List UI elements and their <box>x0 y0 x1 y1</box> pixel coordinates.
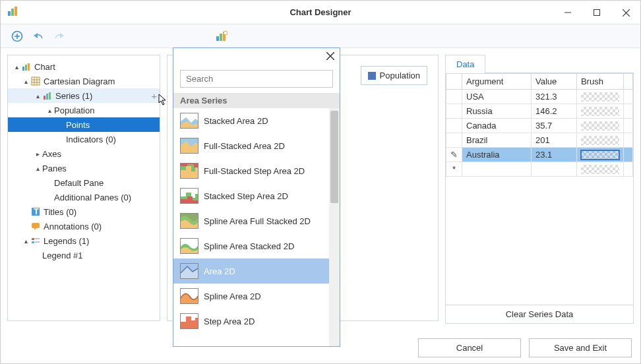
brush-cell[interactable] <box>581 165 619 174</box>
new-row-icon: * <box>446 162 462 177</box>
grid-icon <box>30 76 41 86</box>
search-input[interactable] <box>180 70 333 88</box>
svg-rect-10 <box>216 36 219 41</box>
svg-rect-27 <box>32 223 40 228</box>
tree-legends[interactable]: ▴Legends (1) <box>8 233 160 248</box>
edit-indicator-icon: ✎ <box>446 148 462 162</box>
svg-rect-16 <box>28 63 30 71</box>
legend-icon <box>30 235 41 246</box>
tree-chart[interactable]: ▴Chart <box>8 59 160 74</box>
minimize-button[interactable] <box>553 1 582 24</box>
close-button[interactable] <box>611 1 640 24</box>
tab-strip: Data <box>445 55 634 73</box>
annotation-icon <box>30 221 41 231</box>
tree-series[interactable]: ▴Series (1)+ <box>8 88 160 103</box>
brush-cell[interactable] <box>581 150 619 160</box>
svg-rect-15 <box>25 65 27 71</box>
app-icon <box>7 5 19 19</box>
tree-indicators[interactable]: Indicators (0) <box>8 132 160 146</box>
tree-axes[interactable]: ▸Axes <box>8 146 160 161</box>
brush-cell[interactable] <box>581 121 619 131</box>
chart-palette-icon[interactable] <box>216 30 228 44</box>
add-icon[interactable] <box>11 30 23 44</box>
series-type-item[interactable]: Step Area 2D <box>173 309 340 334</box>
series-type-item[interactable]: Stacked Area 2D <box>173 108 340 133</box>
legend-box[interactable]: Population <box>361 66 427 85</box>
data-grid[interactable]: Argument Value Brush USA321.3 Russia146.… <box>446 73 633 177</box>
chart-icon <box>21 61 32 72</box>
series-type-item[interactable]: Spline Area Full Stacked 2D <box>173 208 340 233</box>
svg-rect-28 <box>32 238 34 240</box>
tree-panel: ▴Chart ▴Cartesian Diagram ▴Series (1)+ ▴… <box>7 55 160 321</box>
window-title: Chart Designer <box>290 7 351 17</box>
tree-points[interactable]: Points <box>8 117 160 132</box>
brush-cell[interactable] <box>581 136 619 145</box>
table-row[interactable]: Brazil201 <box>446 133 633 148</box>
title-icon: T <box>30 206 41 217</box>
toolbar <box>1 24 640 48</box>
popup-close-icon[interactable] <box>326 52 334 62</box>
svg-rect-1 <box>11 9 14 16</box>
series-type-item[interactable]: Spline Area Stacked 2D <box>173 233 340 258</box>
svg-rect-24 <box>49 92 51 100</box>
brush-cell[interactable] <box>581 92 619 102</box>
group-header: Area Series <box>173 93 340 108</box>
svg-rect-23 <box>46 94 48 100</box>
legend-swatch <box>368 72 376 80</box>
tree-annotations[interactable]: Annotations (0) <box>8 219 160 233</box>
tree-titles[interactable]: TTitles (0) <box>8 204 160 219</box>
save-exit-button[interactable]: Save and Exit <box>529 338 632 357</box>
series-type-item[interactable]: Full-Stacked Area 2D <box>173 133 340 158</box>
scroll-thumb[interactable] <box>330 111 338 203</box>
col-argument[interactable]: Argument <box>462 74 532 90</box>
tree-legend-1[interactable]: Legend #1 <box>8 248 160 262</box>
tab-data[interactable]: Data <box>445 55 485 73</box>
svg-rect-22 <box>44 96 46 100</box>
series-type-item[interactable]: Full-Stacked Step Area 2D <box>173 158 340 183</box>
tree-panes[interactable]: ▴Panes <box>8 161 160 175</box>
series-type-popup: Area Series Stacked Area 2D Full-Stacked… <box>173 47 340 347</box>
series-icon <box>42 90 53 101</box>
col-brush[interactable]: Brush <box>576 74 623 90</box>
svg-rect-4 <box>594 10 600 16</box>
brush-cell[interactable] <box>581 107 619 116</box>
svg-rect-14 <box>22 67 24 71</box>
col-value[interactable]: Value <box>531 74 576 90</box>
table-row[interactable]: Russia146.2 <box>446 104 633 119</box>
svg-rect-11 <box>220 34 222 41</box>
undo-icon[interactable] <box>32 32 44 43</box>
tree-diagram[interactable]: ▴Cartesian Diagram <box>8 74 160 88</box>
tree-population[interactable]: ▴Population <box>8 103 160 117</box>
series-type-item[interactable]: Area 2D <box>173 258 340 284</box>
clear-series-button[interactable]: Clear Series Data <box>446 305 633 323</box>
svg-rect-17 <box>32 77 40 85</box>
series-type-item[interactable]: Stacked Step Area 2D <box>173 183 340 208</box>
cancel-button[interactable]: Cancel <box>418 338 521 357</box>
svg-rect-2 <box>15 7 17 16</box>
titlebar: Chart Designer <box>1 1 640 24</box>
add-series-button[interactable]: + <box>151 90 157 102</box>
tree-additional-panes[interactable]: Additional Panes (0) <box>8 190 160 204</box>
maximize-button[interactable] <box>582 1 611 24</box>
tree-default-pane[interactable]: Default Pane <box>8 175 160 190</box>
scrollbar[interactable] <box>329 108 340 346</box>
legend-label: Population <box>380 71 420 80</box>
table-row[interactable]: ✎Australia23.1 <box>446 148 633 162</box>
svg-text:T: T <box>34 207 39 216</box>
svg-point-13 <box>224 31 228 35</box>
redo-icon[interactable] <box>53 32 65 43</box>
table-row[interactable]: USA321.3 <box>446 90 633 104</box>
svg-rect-0 <box>8 11 11 16</box>
series-type-item[interactable]: Spline Area 2D <box>173 284 340 309</box>
svg-rect-29 <box>32 241 34 243</box>
table-row[interactable]: Canada35.7 <box>446 119 633 133</box>
new-row[interactable]: * <box>446 162 633 177</box>
